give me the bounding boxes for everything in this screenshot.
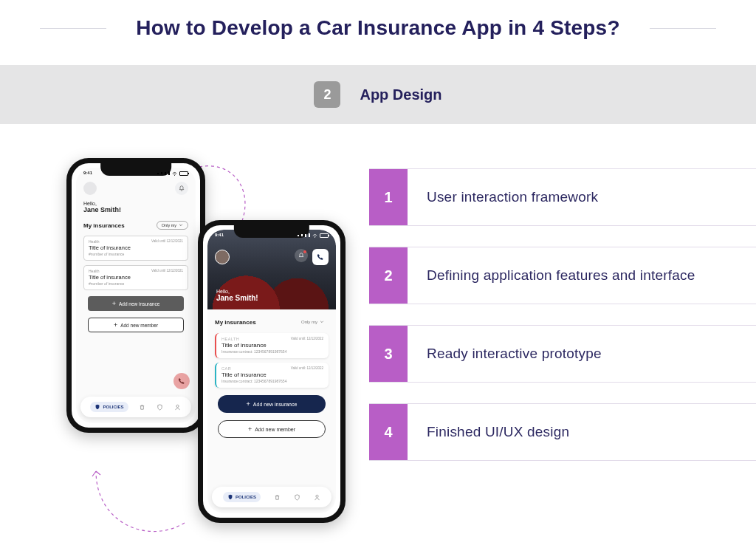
current-step-number: 2 xyxy=(314,81,340,108)
tab-bar: POLICIES xyxy=(212,487,331,507)
step-text: Finished UI/UX design xyxy=(408,404,756,460)
filter-pill[interactable]: Only my xyxy=(157,221,188,230)
step-number: 1 xyxy=(369,169,408,225)
step-item: 4 Finished UI/UX design xyxy=(369,403,756,461)
shield-icon xyxy=(94,404,100,410)
filter-label: Only my xyxy=(162,223,176,227)
card-title: Title of insurance xyxy=(89,274,183,281)
notifications-button[interactable] xyxy=(175,182,188,195)
card-valid: Valid until: 12/12/2022 xyxy=(291,337,323,340)
button-label: Add new member xyxy=(255,427,295,432)
insurance-card[interactable]: Valid until: 12/12/2022 CAR Title of ins… xyxy=(215,363,329,388)
insurance-card[interactable]: Valid until: 12/12/2022 HEALTH Title of … xyxy=(215,333,329,358)
current-step-label: App Design xyxy=(360,86,441,103)
button-label: Add new member xyxy=(120,323,158,328)
status-time: 9:41 xyxy=(215,233,224,238)
greeting-label: Hello, xyxy=(216,289,258,294)
user-icon xyxy=(174,404,181,411)
avatar[interactable] xyxy=(215,250,230,264)
greeting-name: Jane Smith! xyxy=(83,206,188,213)
rule-left xyxy=(40,28,106,29)
phone-icon xyxy=(317,253,324,261)
tab-claims[interactable] xyxy=(157,404,163,411)
card-valid: Valid until: 12/12/2022 xyxy=(291,366,323,370)
step-item: 1 User interaction framework xyxy=(369,168,756,226)
call-button[interactable] xyxy=(312,249,329,265)
filter-label: Only my xyxy=(301,320,317,324)
user-icon xyxy=(314,494,320,501)
trash-icon xyxy=(139,404,145,411)
page-title: How to Develop a Car Insurance App in 4 … xyxy=(136,16,619,40)
tab-policies[interactable]: POLICIES xyxy=(223,492,261,502)
card-subtitle: Insurance contract: 1234567891987654 xyxy=(221,379,323,383)
add-member-button[interactable]: + Add new member xyxy=(218,420,326,438)
shield-outline-icon xyxy=(157,404,163,411)
notifications-button[interactable] xyxy=(295,249,308,262)
card-subtitle: #number of insurance xyxy=(89,281,183,286)
chevron-down-icon xyxy=(179,223,183,227)
step-text: Ready interactive prototype xyxy=(408,326,756,382)
section-title: My insurances xyxy=(83,222,125,229)
current-step-banner: 2 App Design xyxy=(0,65,756,124)
card-title: Title of insurance xyxy=(221,371,323,378)
status-icons xyxy=(298,233,329,238)
svg-point-1 xyxy=(176,405,179,407)
page-header: How to Develop a Car Insurance App in 4 … xyxy=(0,16,756,40)
greeting-label: Hello, xyxy=(83,201,188,206)
phone-mockup-wireframe: 9:41 Hello, Jane Smith! xyxy=(66,158,205,433)
card-title: Title of insurance xyxy=(221,342,323,349)
insurance-card[interactable]: Valid until 12/12/2021 Health Title of i… xyxy=(83,236,188,261)
card-valid: Valid until 12/12/2021 xyxy=(151,239,183,243)
add-insurance-button[interactable]: + Add new insurance xyxy=(88,296,184,311)
tab-profile[interactable] xyxy=(174,404,181,411)
tab-bar: POLICIES xyxy=(80,397,191,417)
trash-icon xyxy=(274,494,281,501)
status-bar: 9:41 xyxy=(207,230,336,239)
greeting: Hello, Jane Smith! xyxy=(76,198,196,215)
tab-profile[interactable] xyxy=(314,494,320,501)
insurance-card[interactable]: Valid until 12/12/2021 Health Title of i… xyxy=(83,265,188,290)
steps-list: 1 User interaction framework 2 Defining … xyxy=(369,146,756,530)
card-title: Title of insurance xyxy=(89,244,183,251)
step-number: 2 xyxy=(369,247,408,304)
tab-trash[interactable] xyxy=(139,404,145,411)
bell-icon xyxy=(298,253,304,258)
button-label: Add new insurance xyxy=(119,301,159,306)
button-label: Add new insurance xyxy=(253,402,298,407)
rule-right xyxy=(650,28,716,29)
card-subtitle: Insurance contract: 1234567891987654 xyxy=(221,349,323,354)
phone-mockup-final: 9:41 xyxy=(198,220,346,523)
status-bar: 9:41 xyxy=(76,168,196,177)
section-title: My insurances xyxy=(215,319,256,326)
step-number: 3 xyxy=(369,326,408,382)
status-icons xyxy=(157,171,188,176)
step-item: 3 Ready interactive prototype xyxy=(369,325,756,383)
step-text: User interaction framework xyxy=(408,169,756,225)
call-fab[interactable] xyxy=(173,373,190,389)
curved-arrow-icon xyxy=(81,434,192,538)
chevron-down-icon xyxy=(320,320,324,324)
card-subtitle: #number of insurance xyxy=(89,252,183,256)
step-text: Defining application features and interf… xyxy=(408,247,756,304)
shield-icon xyxy=(227,494,233,500)
tab-trash[interactable] xyxy=(274,494,281,501)
tab-claims[interactable] xyxy=(294,494,300,501)
tab-label: POLICIES xyxy=(103,405,123,409)
greeting-name: Jane Smith! xyxy=(216,294,258,302)
hero-header: 9:41 xyxy=(207,230,336,309)
mockups-area: 9:41 Hello, Jane Smith! xyxy=(0,146,369,530)
bell-icon xyxy=(179,185,185,191)
phone-icon xyxy=(178,377,185,385)
svg-point-0 xyxy=(174,175,175,176)
card-valid: Valid until 12/12/2021 xyxy=(151,269,183,273)
greeting: Hello, Jane Smith! xyxy=(216,289,258,302)
tab-policies[interactable]: POLICIES xyxy=(90,402,128,412)
avatar[interactable] xyxy=(83,182,97,195)
add-member-button[interactable]: + Add new member xyxy=(88,318,184,332)
shield-outline-icon xyxy=(294,494,300,501)
add-insurance-button[interactable]: + Add new insurance xyxy=(218,395,326,413)
step-number: 4 xyxy=(369,404,408,460)
status-time: 9:41 xyxy=(83,171,92,176)
filter-pill[interactable]: Only my xyxy=(297,318,329,326)
svg-point-2 xyxy=(315,237,315,238)
